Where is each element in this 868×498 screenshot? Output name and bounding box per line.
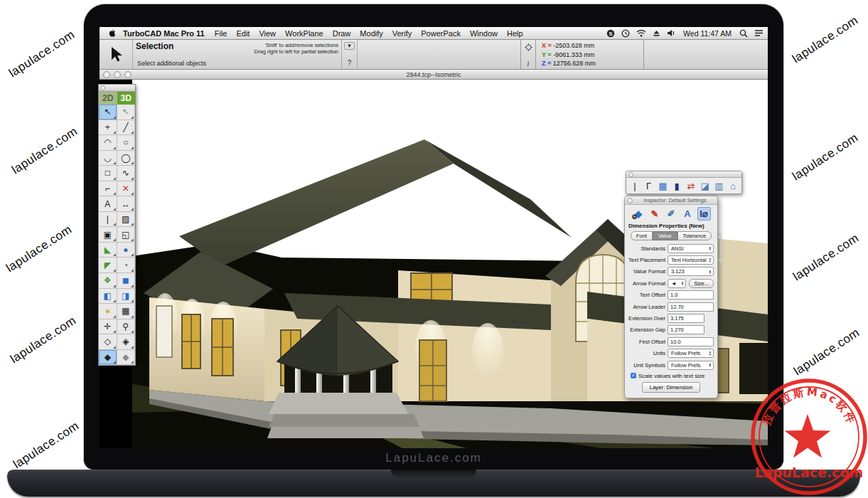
extension-gap-input[interactable]: 1.270 — [668, 325, 704, 334]
brush-properties-icon[interactable]: ✐ — [665, 207, 678, 221]
cone-tool[interactable]: ◣ — [99, 243, 117, 258]
palette-tab-3d[interactable]: 3D — [117, 92, 136, 105]
menu-edit[interactable]: Edit — [236, 29, 250, 38]
rectangle-tool[interactable]: □ — [99, 166, 117, 181]
volume-icon[interactable] — [667, 29, 675, 37]
arrow-format-select[interactable]: ◄▲▼ — [668, 279, 686, 288]
material-tool[interactable]: ● — [99, 304, 117, 319]
menu-file[interactable]: File — [215, 29, 227, 38]
solid-properties-icon[interactable]: ◆⚙ — [632, 207, 645, 221]
checkbox-checked-icon[interactable]: ✓ — [631, 373, 636, 378]
arc-tool[interactable]: ◠ — [99, 135, 117, 151]
stair-tool[interactable]: ◪ — [699, 179, 712, 192]
ellipse-tool[interactable]: ◯ — [117, 151, 136, 166]
menu-draw[interactable]: Draw — [333, 29, 351, 38]
menu-clock[interactable]: Wed 11:47 AM — [683, 29, 732, 38]
point-tool[interactable]: + — [99, 120, 117, 136]
corner-wall-tool[interactable]: Γ — [643, 179, 655, 192]
menu-powerpack[interactable]: PowerPack — [421, 29, 461, 38]
roof-tool[interactable]: ⌂ — [727, 179, 739, 192]
palette-title-bar[interactable] — [99, 85, 135, 92]
skype-icon[interactable]: S — [606, 29, 615, 38]
menu-verify[interactable]: Verify — [392, 29, 412, 38]
list-icon[interactable] — [754, 29, 763, 37]
menu-window[interactable]: Window — [470, 29, 498, 38]
spline-tool[interactable]: ∿ — [117, 166, 136, 181]
pan-tool[interactable]: ✛ — [99, 319, 117, 335]
revolve-tool[interactable]: ◔ — [117, 258, 136, 273]
hidden-line-mode[interactable]: ◈ — [117, 334, 136, 350]
sphere-tool[interactable]: ● — [117, 243, 136, 258]
window-tool[interactable]: ▦ — [656, 179, 669, 192]
apple-menu-icon[interactable] — [108, 29, 116, 38]
dimension-tool[interactable]: ↔ — [117, 196, 136, 212]
inspector-tab-tolerance[interactable]: Tolerance — [677, 231, 712, 240]
zoom-tool[interactable]: ⚲ — [117, 319, 136, 335]
archbar-title-bar[interactable] — [626, 171, 741, 178]
select-tool[interactable]: ↖ — [99, 105, 117, 120]
standards-select[interactable]: ANSI▲▼ — [668, 244, 714, 253]
archbar-close-button[interactable] — [628, 172, 633, 177]
text-tool[interactable]: A — [99, 196, 117, 212]
polyline-tool[interactable]: ⌐ — [99, 181, 117, 197]
menu-view[interactable]: View — [259, 29, 276, 38]
value-format-select[interactable]: 3.123▲▼ — [668, 267, 714, 276]
text-properties-icon[interactable]: A — [681, 207, 695, 221]
wireframe-mode[interactable]: ◇ — [99, 334, 117, 350]
tool-status: Select additional objects — [137, 60, 206, 67]
group-tool[interactable]: ▣ — [99, 227, 117, 243]
text-offset-input[interactable]: 1.0 — [668, 290, 714, 300]
laptop-brand-text: LapuLace.com — [84, 451, 783, 465]
curve-tool[interactable]: ◡ — [99, 151, 117, 166]
wall-tool[interactable]: | — [628, 179, 641, 192]
inspector-tab-value[interactable]: Value — [653, 231, 677, 240]
search-icon[interactable] — [739, 29, 748, 38]
crosshair-icon[interactable] — [525, 41, 532, 54]
circle-tool[interactable]: ○ — [117, 135, 136, 151]
inspector-close-button[interactable] — [627, 198, 633, 203]
slice-tool[interactable]: ◧ — [99, 289, 117, 304]
railing-tool[interactable]: ▥ — [712, 179, 725, 192]
pen-properties-icon[interactable]: ✎ — [648, 207, 662, 221]
menu-modify[interactable]: Modify — [360, 29, 382, 38]
tool-dropdown-button[interactable]: ▼ — [344, 42, 355, 50]
inspector-tab-font[interactable]: Font — [631, 231, 653, 240]
palette-close-button[interactable] — [100, 85, 105, 90]
blend-tool[interactable]: ◨ — [117, 289, 136, 304]
text-placement-select[interactable]: Text Horizontal▲▼ — [668, 255, 714, 265]
recent-icon[interactable] — [621, 29, 630, 38]
single-line-tool[interactable]: | — [99, 212, 117, 228]
sweep-tool[interactable]: ❖ — [99, 273, 117, 289]
units-select[interactable]: Follow Prefs▲▼ — [668, 349, 714, 358]
menu-help[interactable]: Help — [507, 29, 523, 38]
trim-tool[interactable]: ✕ — [117, 181, 136, 197]
first-offset-input[interactable]: 10.0 — [668, 337, 714, 346]
palette-tabs: 2D3D — [99, 92, 135, 105]
arrow-size-button[interactable]: Size... — [689, 279, 714, 288]
layer-button[interactable]: Layer: Dimension — [642, 382, 701, 393]
arrow-leader-input[interactable]: 12.70 — [668, 302, 714, 312]
inspector-title-bar[interactable]: Inspector: Default Settings — [625, 196, 717, 205]
scale-values-checkbox-row[interactable]: ✓ Scale values with text size — [625, 371, 717, 381]
app-name[interactable]: TurboCAD Mac Pro 11 — [123, 29, 205, 38]
select-open-tool[interactable]: ↖ — [117, 105, 136, 120]
hatch-tool[interactable]: ▨ — [117, 212, 136, 228]
info-icon[interactable]: i — [527, 60, 530, 68]
dimension-properties-icon[interactable]: I⌀ — [697, 207, 711, 221]
render-options-tool[interactable]: ▦ — [117, 304, 136, 319]
door-tool[interactable]: ▮ — [670, 179, 683, 192]
box-tool[interactable]: ◼ — [117, 273, 136, 289]
tool-help-button[interactable]: ? — [348, 59, 352, 67]
insert-fixture-tool[interactable]: ⇄ — [685, 179, 697, 192]
palette-tab-2d[interactable]: 2D — [99, 92, 117, 105]
rendered-mode[interactable]: ◆ — [117, 350, 136, 366]
unit-symbols-select[interactable]: Follow Prefs▲▼ — [668, 361, 714, 370]
extension-over-input[interactable]: 3.175 — [668, 314, 704, 323]
eject-icon[interactable] — [653, 29, 660, 37]
extrude-tool[interactable]: ◤ — [99, 258, 117, 273]
edit-nodes-tool[interactable]: ◱ — [117, 227, 136, 243]
line-tool[interactable]: ╱ — [117, 120, 136, 136]
wifi-icon[interactable] — [636, 29, 646, 37]
menu-workplane[interactable]: WorkPlane — [285, 29, 323, 38]
shaded-mode[interactable]: ◆ — [99, 350, 117, 366]
